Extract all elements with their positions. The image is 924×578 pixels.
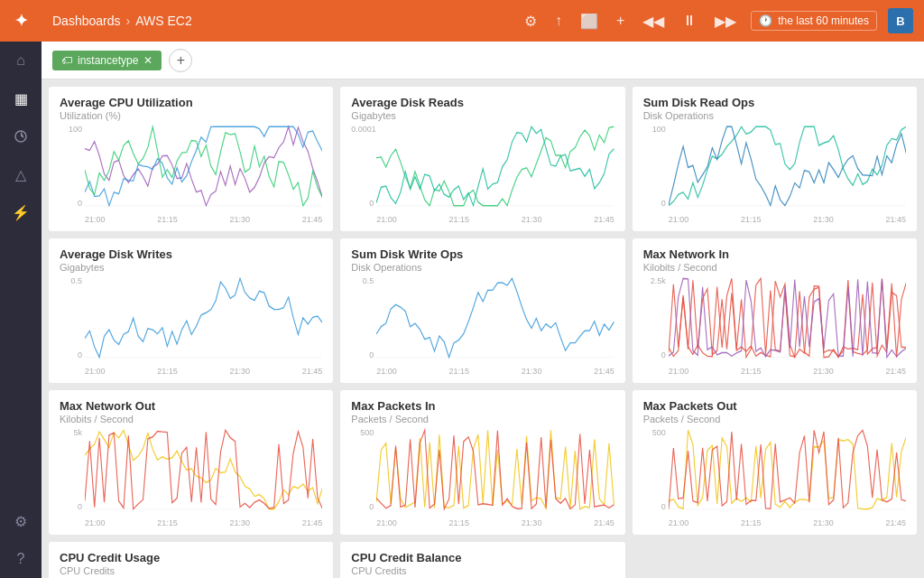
sidebar-item-help[interactable]: ? — [0, 540, 42, 578]
nav-pause-btn[interactable]: ⏸ — [679, 13, 700, 29]
chart-card-1[interactable]: Average Disk Reads Gigabytes 0.0001 0 21… — [340, 87, 624, 231]
chart-area-2: 100 0 21:0021:1521:3021:45 — [643, 125, 906, 224]
y-labels-0: 100 0 — [60, 125, 85, 208]
nav-monitor-btn[interactable]: ⬜ — [577, 13, 602, 30]
x-labels-8: 21:0021:1521:3021:45 — [669, 518, 906, 527]
topbar: Dashboards › AWS EC2 ⚙ ↑ ⬜ + ◀◀ ⏸ ▶▶ 🕐 t… — [42, 0, 924, 42]
filter-close-icon[interactable]: ✕ — [143, 54, 152, 67]
sidebar-item-settings[interactable]: ⚙ — [0, 502, 42, 540]
x-labels-0: 21:0021:1521:3021:45 — [85, 215, 322, 224]
x-labels-1: 21:0021:1521:3021:45 — [376, 215, 614, 224]
chart-inner-5 — [669, 276, 906, 359]
sidebar: ✦ ⌂ ▦ △ ⚡ ⚙ ? — [0, 0, 42, 578]
chart-area-8: 500 0 21:0021:1521:3021:45 — [643, 428, 906, 527]
chart-card-9[interactable]: CPU Credit Usage CPU Credits 5 0 21:0021… — [49, 542, 333, 578]
chart-inner-2 — [669, 125, 906, 208]
chart-title-5: Max Network In — [643, 247, 906, 261]
breadcrumb-current: AWS EC2 — [135, 14, 192, 28]
time-range-picker[interactable]: 🕐 the last 60 minutes — [751, 11, 877, 31]
add-filter-button[interactable]: + — [169, 49, 192, 72]
chart-subtitle-10: CPU Credits — [351, 565, 614, 576]
chart-area-3: 0.5 0 21:0021:1521:3021:45 — [60, 276, 322, 376]
chart-title-0: Average CPU Utilization — [60, 96, 322, 109]
y-labels-1: 0.0001 0 — [351, 125, 376, 208]
chart-area-7: 500 0 21:0021:1521:3021:45 — [351, 428, 614, 527]
y-labels-3: 0.5 0 — [60, 276, 85, 359]
nav-add-btn[interactable]: + — [613, 13, 628, 29]
chart-inner-1 — [376, 125, 614, 208]
x-labels-4: 21:0021:1521:3021:45 — [376, 367, 614, 376]
y-labels-7: 500 0 — [351, 428, 376, 511]
chart-subtitle-6: Kilobits / Second — [60, 414, 322, 424]
chart-title-4: Sum Disk Write Ops — [351, 247, 614, 261]
nav-share-btn[interactable]: ↑ — [551, 13, 566, 29]
x-labels-6: 21:0021:1521:3021:45 — [85, 518, 322, 527]
nav-back-btn[interactable]: ◀◀ — [639, 13, 668, 30]
chart-subtitle-4: Disk Operations — [351, 262, 614, 273]
filter-icon: 🏷 — [61, 54, 72, 67]
y-labels-6: 5k 0 — [60, 428, 85, 511]
sidebar-item-explore[interactable] — [0, 117, 42, 155]
chart-inner-7 — [376, 428, 614, 511]
sidebar-item-alerts[interactable]: △ — [0, 155, 42, 193]
sidebar-item-activity[interactable]: ⚡ — [0, 193, 42, 231]
chart-card-10[interactable]: CPU Credit Balance CPU Credits 2.5k 0 21… — [340, 542, 624, 578]
chart-grid: Average CPU Utilization Utilization (%) … — [49, 87, 917, 578]
topbar-actions: ⚙ ↑ ⬜ + ◀◀ ⏸ ▶▶ 🕐 the last 60 minutes B — [521, 8, 913, 33]
chart-subtitle-5: Kilobits / Second — [643, 262, 906, 273]
filter-instancetype[interactable]: 🏷 instancetype ✕ — [52, 51, 162, 70]
chart-inner-6 — [85, 428, 322, 511]
chart-title-7: Max Packets In — [351, 399, 614, 413]
x-labels-7: 21:0021:1521:3021:45 — [376, 518, 614, 527]
x-labels-5: 21:0021:1521:3021:45 — [669, 367, 906, 376]
x-labels-2: 21:0021:1521:3021:45 — [669, 215, 906, 224]
chart-title-2: Sum Disk Read Ops — [643, 96, 906, 109]
nav-settings-btn[interactable]: ⚙ — [521, 13, 541, 30]
user-initial: B — [896, 14, 904, 28]
filterbar: 🏷 instancetype ✕ + — [42, 42, 924, 79]
chart-card-4[interactable]: Sum Disk Write Ops Disk Operations 0.5 0… — [340, 238, 624, 383]
y-labels-5: 2.5k 0 — [643, 276, 669, 359]
chart-subtitle-1: Gigabytes — [351, 110, 614, 121]
clock-icon: 🕐 — [759, 14, 772, 27]
chart-card-6[interactable]: Max Network Out Kilobits / Second 5k 0 2… — [49, 390, 333, 535]
sidebar-item-home[interactable]: ⌂ — [0, 42, 42, 79]
time-range-label: the last 60 minutes — [778, 14, 869, 27]
chart-inner-0 — [85, 125, 322, 208]
nav-forward-btn[interactable]: ▶▶ — [711, 13, 740, 30]
chart-area-0: 100 0 21:0021:1521:3021:45 — [60, 125, 322, 224]
chart-title-1: Average Disk Reads — [351, 96, 614, 109]
filter-label: instancetype — [78, 54, 138, 67]
breadcrumb: Dashboards › AWS EC2 — [52, 14, 521, 28]
y-labels-2: 100 0 — [643, 125, 669, 208]
dashboard-grid-container: Average CPU Utilization Utilization (%) … — [42, 79, 924, 578]
user-badge[interactable]: B — [888, 8, 913, 33]
chart-inner-3 — [85, 276, 322, 359]
chart-card-2[interactable]: Sum Disk Read Ops Disk Operations 100 0 … — [633, 87, 917, 231]
chart-title-8: Max Packets Out — [643, 399, 906, 413]
chart-card-8[interactable]: Max Packets Out Packets / Second 500 0 2… — [633, 390, 917, 535]
chart-area-5: 2.5k 0 21:0021:1521:3021:45 — [643, 276, 906, 376]
chart-card-3[interactable]: Average Disk Writes Gigabytes 0.5 0 21:0… — [49, 238, 333, 383]
main-content: Dashboards › AWS EC2 ⚙ ↑ ⬜ + ◀◀ ⏸ ▶▶ 🕐 t… — [42, 0, 924, 578]
chart-area-1: 0.0001 0 21:0021:1521:3021:45 — [351, 125, 614, 224]
chart-title-3: Average Disk Writes — [60, 247, 322, 261]
chart-subtitle-2: Disk Operations — [643, 110, 906, 121]
chart-inner-4 — [376, 276, 614, 359]
chart-title-9: CPU Credit Usage — [60, 551, 322, 564]
chart-card-5[interactable]: Max Network In Kilobits / Second 2.5k 0 … — [633, 238, 917, 383]
sidebar-item-dashboards[interactable]: ▦ — [0, 79, 42, 117]
y-labels-8: 500 0 — [643, 428, 669, 511]
breadcrumb-root: Dashboards — [52, 14, 121, 28]
chart-card-7[interactable]: Max Packets In Packets / Second 500 0 21… — [340, 390, 624, 535]
chart-inner-8 — [669, 428, 906, 511]
chart-subtitle-9: CPU Credits — [60, 565, 322, 576]
chart-subtitle-8: Packets / Second — [643, 414, 906, 424]
y-labels-4: 0.5 0 — [351, 276, 376, 359]
chart-card-0[interactable]: Average CPU Utilization Utilization (%) … — [49, 87, 333, 231]
chart-subtitle-7: Packets / Second — [351, 414, 614, 424]
chart-title-10: CPU Credit Balance — [351, 551, 614, 564]
chart-area-4: 0.5 0 21:0021:1521:3021:45 — [351, 276, 614, 376]
app-logo[interactable]: ✦ — [0, 0, 42, 42]
x-labels-3: 21:0021:1521:3021:45 — [85, 367, 322, 376]
